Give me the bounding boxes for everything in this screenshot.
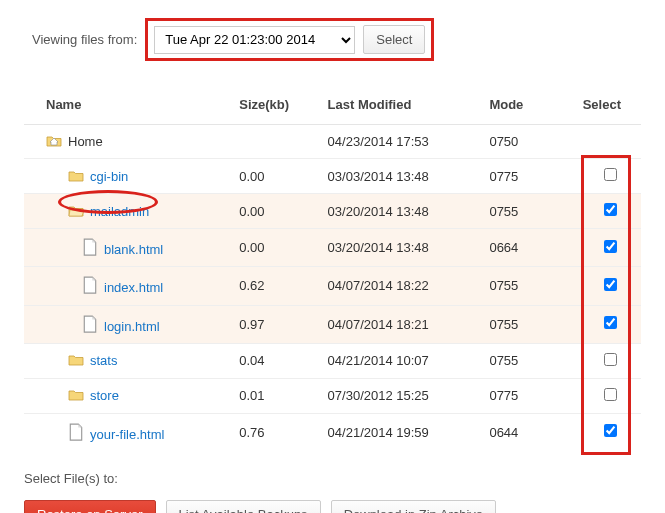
cell-modified: 04/21/2014 10:07 bbox=[322, 343, 484, 378]
row-checkbox[interactable] bbox=[604, 316, 617, 329]
cell-name: your-file.html bbox=[24, 413, 233, 451]
file-link[interactable]: blank.html bbox=[104, 242, 163, 257]
row-checkbox[interactable] bbox=[604, 203, 617, 216]
folder-icon bbox=[68, 388, 84, 402]
footer-buttons: Restore on Server List Available Backups… bbox=[24, 500, 641, 513]
cell-name: store bbox=[24, 378, 233, 413]
highlight-box-date: Tue Apr 22 01:23:00 2014 Select bbox=[145, 18, 434, 61]
cell-modified: 03/20/2014 13:48 bbox=[322, 194, 484, 229]
table-row: Home04/23/2014 17:530750 bbox=[24, 125, 641, 159]
cell-size: 0.62 bbox=[233, 267, 321, 305]
cell-select bbox=[549, 413, 641, 451]
cell-select bbox=[549, 125, 641, 159]
table-row: store0.0107/30/2012 15:250775 bbox=[24, 378, 641, 413]
file-icon bbox=[82, 276, 98, 290]
cell-name: index.html bbox=[24, 267, 233, 305]
cell-size: 0.00 bbox=[233, 229, 321, 267]
cell-modified: 04/21/2014 19:59 bbox=[322, 413, 484, 451]
file-link[interactable]: stats bbox=[90, 353, 117, 368]
cell-name: blank.html bbox=[24, 229, 233, 267]
table-row: index.html0.6204/07/2014 18:220755 bbox=[24, 267, 641, 305]
table-row: blank.html0.0003/20/2014 13:480664 bbox=[24, 229, 641, 267]
cell-name: Home bbox=[24, 125, 233, 159]
cell-select bbox=[549, 343, 641, 378]
file-icon bbox=[82, 315, 98, 329]
cell-size: 0.97 bbox=[233, 305, 321, 343]
cell-mode: 0755 bbox=[483, 343, 549, 378]
viewing-from-label: Viewing files from: bbox=[32, 32, 137, 47]
row-checkbox[interactable] bbox=[604, 240, 617, 253]
restore-button[interactable]: Restore on Server bbox=[24, 500, 156, 513]
row-checkbox[interactable] bbox=[604, 388, 617, 401]
cell-modified: 07/30/2012 15:25 bbox=[322, 378, 484, 413]
cell-size: 0.04 bbox=[233, 343, 321, 378]
col-mode-header: Mode bbox=[483, 89, 549, 125]
cell-size: 0.76 bbox=[233, 413, 321, 451]
cell-modified: 03/03/2014 13:48 bbox=[322, 159, 484, 194]
file-link[interactable]: store bbox=[90, 388, 119, 403]
file-link[interactable]: cgi-bin bbox=[90, 169, 128, 184]
footer-label: Select File(s) to: bbox=[24, 471, 641, 486]
cell-size: 0.00 bbox=[233, 194, 321, 229]
table-row: cgi-bin0.0003/03/2014 13:480775 bbox=[24, 159, 641, 194]
backup-date-select[interactable]: Tue Apr 22 01:23:00 2014 bbox=[154, 26, 355, 54]
row-checkbox[interactable] bbox=[604, 424, 617, 437]
cell-select bbox=[549, 305, 641, 343]
cell-modified: 04/07/2014 18:22 bbox=[322, 267, 484, 305]
cell-modified: 04/23/2014 17:53 bbox=[322, 125, 484, 159]
file-link[interactable]: your-file.html bbox=[90, 427, 164, 442]
file-link[interactable]: index.html bbox=[104, 281, 163, 296]
cell-mode: 0775 bbox=[483, 378, 549, 413]
cell-modified: 03/20/2014 13:48 bbox=[322, 229, 484, 267]
download-zip-button[interactable]: Download in Zip Archive bbox=[331, 500, 496, 513]
row-checkbox[interactable] bbox=[604, 278, 617, 291]
cell-select bbox=[549, 267, 641, 305]
file-table: Name Size(kb) Last Modified Mode Select … bbox=[24, 89, 641, 451]
cell-mode: 0755 bbox=[483, 194, 549, 229]
cell-select bbox=[549, 194, 641, 229]
cell-name: mailadmin bbox=[24, 194, 233, 229]
file-icon bbox=[68, 423, 84, 437]
col-modified-header: Last Modified bbox=[322, 89, 484, 125]
cell-name: stats bbox=[24, 343, 233, 378]
cell-name: login.html bbox=[24, 305, 233, 343]
row-checkbox[interactable] bbox=[604, 353, 617, 366]
table-row: mailadmin0.0003/20/2014 13:480755 bbox=[24, 194, 641, 229]
folder-icon bbox=[68, 169, 84, 183]
table-row: login.html0.9704/07/2014 18:210755 bbox=[24, 305, 641, 343]
table-row: stats0.0404/21/2014 10:070755 bbox=[24, 343, 641, 378]
cell-size bbox=[233, 125, 321, 159]
select-button[interactable]: Select bbox=[363, 25, 425, 54]
col-select-header: Select bbox=[549, 89, 641, 125]
cell-mode: 0775 bbox=[483, 159, 549, 194]
file-link[interactable]: mailadmin bbox=[90, 204, 149, 219]
cell-size: 0.00 bbox=[233, 159, 321, 194]
cell-select bbox=[549, 159, 641, 194]
file-link[interactable]: login.html bbox=[104, 319, 160, 334]
header-row: Viewing files from: Tue Apr 22 01:23:00 … bbox=[32, 18, 641, 61]
file-table-wrap: Name Size(kb) Last Modified Mode Select … bbox=[24, 89, 641, 451]
cell-name: cgi-bin bbox=[24, 159, 233, 194]
col-name-header: Name bbox=[24, 89, 233, 125]
file-name-text: Home bbox=[68, 134, 103, 149]
file-icon bbox=[82, 238, 98, 252]
cell-size: 0.01 bbox=[233, 378, 321, 413]
folder-open-icon bbox=[68, 204, 84, 218]
folder-icon bbox=[68, 353, 84, 367]
cell-modified: 04/07/2014 18:21 bbox=[322, 305, 484, 343]
table-row: your-file.html0.7604/21/2014 19:590644 bbox=[24, 413, 641, 451]
cell-mode: 0755 bbox=[483, 267, 549, 305]
cell-mode: 0750 bbox=[483, 125, 549, 159]
cell-select bbox=[549, 229, 641, 267]
cell-mode: 0755 bbox=[483, 305, 549, 343]
list-backups-button[interactable]: List Available Backups bbox=[166, 500, 321, 513]
cell-mode: 0664 bbox=[483, 229, 549, 267]
row-checkbox[interactable] bbox=[604, 168, 617, 181]
cell-select bbox=[549, 378, 641, 413]
home-icon bbox=[46, 134, 62, 148]
cell-mode: 0644 bbox=[483, 413, 549, 451]
col-size-header: Size(kb) bbox=[233, 89, 321, 125]
